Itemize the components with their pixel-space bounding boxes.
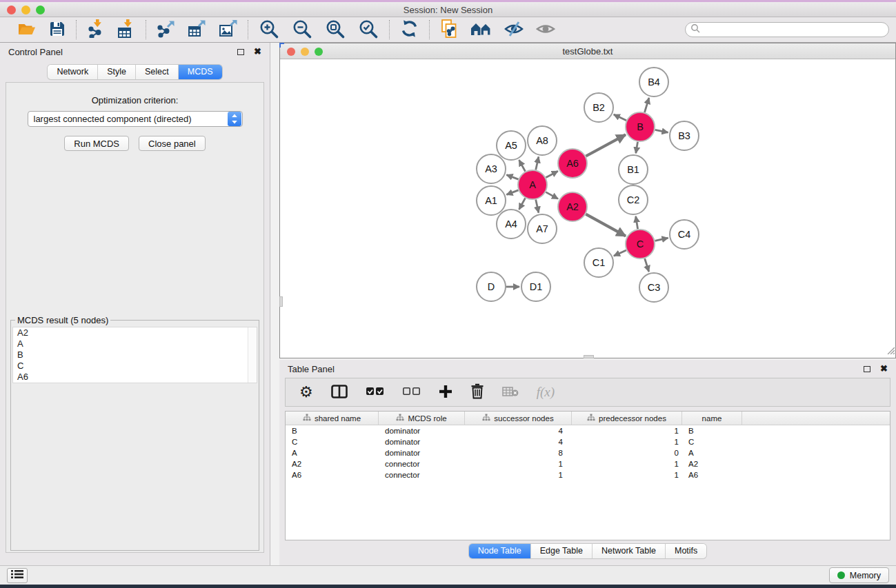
select-all-rows-button[interactable]: [366, 387, 384, 398]
column-header-successor-nodes[interactable]: successor nodes: [465, 412, 572, 425]
mcds-result-item[interactable]: A6: [13, 372, 257, 383]
mcds-result-item[interactable]: A2: [13, 327, 257, 338]
node-A6[interactable]: A6: [558, 149, 587, 178]
node-A5[interactable]: A5: [497, 131, 526, 160]
tab-motifs[interactable]: Motifs: [666, 544, 706, 558]
network-window-titlebar[interactable]: testGlobe.txt: [280, 43, 895, 59]
node-D1[interactable]: D1: [521, 272, 550, 301]
node-B[interactable]: B: [626, 112, 655, 141]
node-B4[interactable]: B4: [639, 68, 668, 97]
import-network-button[interactable]: [86, 19, 106, 41]
tab-mcds[interactable]: MCDS: [179, 65, 222, 79]
float-table-panel-icon[interactable]: [864, 366, 870, 372]
table-row[interactable]: A6connector11A6: [286, 469, 890, 480]
network-graph[interactable]: AA1A2A3A4A5A6A7A8BB1B2B3B4CC1C2C3C4DD1: [280, 59, 895, 358]
split-columns-button[interactable]: [331, 385, 348, 401]
edge-A-A8[interactable]: [536, 156, 539, 170]
zoom-fit-button[interactable]: [323, 18, 347, 42]
settings-gear-button[interactable]: ⚙: [299, 385, 313, 400]
table-row[interactable]: Cdominator41C: [286, 436, 890, 447]
node-A2[interactable]: A2: [558, 192, 587, 221]
node-A7[interactable]: A7: [528, 214, 557, 243]
export-network-button[interactable]: [155, 19, 177, 41]
column-header-predecessor-nodes[interactable]: predecessor nodes: [572, 412, 682, 425]
delete-columns-button[interactable]: [470, 383, 484, 401]
node-B1[interactable]: B1: [619, 155, 648, 184]
edge-A6-B[interactable]: [586, 134, 626, 156]
node-B3[interactable]: B3: [670, 121, 699, 150]
node-C3[interactable]: C3: [639, 273, 668, 302]
hide-unselected-button[interactable]: [503, 20, 525, 40]
mcds-result-list[interactable]: A2ABCA6: [12, 327, 257, 383]
mcds-result-item[interactable]: B: [13, 349, 257, 361]
close-panel-button[interactable]: Close panel: [139, 136, 206, 151]
node-A1[interactable]: A1: [477, 186, 506, 215]
edge-A-A3[interactable]: [506, 175, 518, 180]
panel-splitter[interactable]: [270, 43, 279, 565]
column-header-shared-name[interactable]: shared name: [286, 412, 379, 425]
close-table-panel-icon[interactable]: ✖: [880, 365, 888, 372]
clone-network-button[interactable]: [439, 19, 459, 41]
edge-C-C3[interactable]: [645, 258, 649, 272]
node-A3[interactable]: A3: [477, 154, 506, 183]
zoom-out-button[interactable]: [290, 18, 314, 42]
node-C4[interactable]: C4: [670, 220, 699, 249]
column-header-mcds-role[interactable]: MCDS role: [379, 412, 465, 425]
first-neighbors-button[interactable]: [469, 20, 493, 40]
tab-edge-table[interactable]: Edge Table: [531, 544, 593, 558]
close-panel-icon[interactable]: ✖: [254, 48, 261, 55]
zoom-in-button[interactable]: [257, 18, 281, 42]
node-C1[interactable]: C1: [584, 248, 613, 277]
network-canvas[interactable]: AA1A2A3A4A5A6A7A8BB1B2B3B4CC1C2C3C4DD1: [280, 59, 895, 358]
mcds-result-item[interactable]: A: [13, 338, 257, 349]
show-all-button[interactable]: [535, 20, 557, 40]
edge-B-B2[interactable]: [614, 114, 626, 121]
zoom-selected-button[interactable]: [357, 18, 380, 42]
edge-C-C1[interactable]: [614, 250, 626, 256]
add-column-button[interactable]: [439, 385, 452, 401]
table-row[interactable]: Adominator80A: [286, 447, 890, 458]
tab-network-table[interactable]: Network Table: [593, 544, 666, 558]
edge-B-B4[interactable]: [645, 98, 649, 112]
table-row[interactable]: Bdominator41B: [286, 425, 890, 436]
edge-B-B1[interactable]: [636, 142, 638, 154]
search-input[interactable]: [703, 23, 888, 36]
left-resize-grip[interactable]: [279, 296, 283, 307]
run-mcds-button[interactable]: Run MCDS: [64, 136, 129, 151]
tab-node-table[interactable]: Node Table: [469, 544, 531, 558]
edge-A-A1[interactable]: [506, 190, 518, 195]
mcds-list-scrollbar[interactable]: [248, 327, 257, 383]
search-field[interactable]: [685, 22, 889, 37]
edge-A-A7[interactable]: [536, 200, 539, 213]
import-table-button[interactable]: [116, 19, 137, 41]
edge-A-A6[interactable]: [546, 171, 557, 177]
edge-A-A2[interactable]: [546, 192, 558, 199]
tab-select[interactable]: Select: [136, 65, 179, 79]
refresh-layout-button[interactable]: [399, 19, 420, 41]
tab-style[interactable]: Style: [98, 65, 136, 79]
optimization-criterion-select[interactable]: largest connected component (directed): [28, 111, 243, 127]
open-session-button[interactable]: [16, 20, 38, 40]
tab-network[interactable]: Network: [48, 65, 98, 79]
node-C[interactable]: C: [626, 230, 655, 258]
node-A4[interactable]: A4: [497, 210, 526, 239]
edge-A-A4[interactable]: [519, 198, 526, 210]
edge-C-C4[interactable]: [655, 238, 668, 241]
float-panel-icon[interactable]: [237, 49, 244, 55]
deselect-all-rows-button[interactable]: [402, 387, 421, 398]
export-table-button[interactable]: [186, 19, 208, 41]
corner-resize-grip[interactable]: [886, 345, 895, 357]
table-row[interactable]: A2connector11A2: [286, 458, 890, 469]
edge-B-B3[interactable]: [655, 130, 668, 132]
node-A8[interactable]: A8: [528, 126, 557, 155]
save-session-button[interactable]: [48, 20, 67, 40]
edge-C-C2[interactable]: [636, 216, 638, 230]
node-D[interactable]: D: [477, 272, 506, 301]
task-history-button[interactable]: [7, 568, 28, 583]
edge-A-A5[interactable]: [519, 160, 526, 172]
column-header-name[interactable]: name: [682, 412, 742, 425]
bottom-resize-grip[interactable]: [584, 355, 594, 358]
node-A[interactable]: A: [518, 170, 547, 199]
edge-A2-C[interactable]: [586, 214, 626, 236]
memory-button[interactable]: Memory: [829, 567, 889, 583]
